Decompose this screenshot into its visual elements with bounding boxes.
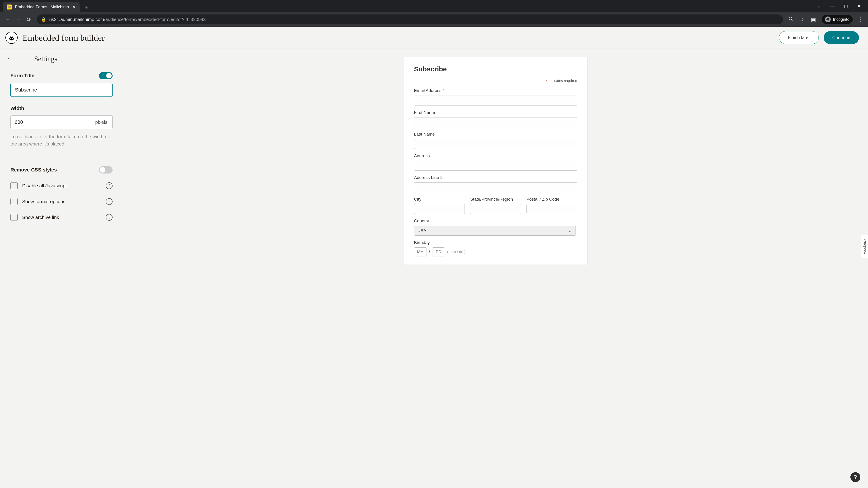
- svg-point-5: [9, 37, 14, 40]
- minimize-icon[interactable]: —: [831, 4, 835, 8]
- feedback-tab[interactable]: Feedback: [861, 235, 868, 258]
- sidebar-title: Settings: [34, 55, 57, 63]
- svg-point-7: [12, 38, 13, 39]
- last-name-label: Last Name: [414, 132, 577, 137]
- panel-icon[interactable]: ▣: [810, 16, 817, 23]
- address-input[interactable]: [414, 161, 577, 170]
- email-input[interactable]: [414, 96, 577, 105]
- country-label: Country: [414, 219, 577, 223]
- city-label: City: [414, 197, 465, 202]
- postal-label: Postal / Zip Code: [526, 197, 577, 202]
- url-host: us21.admin.mailchimp.com: [49, 17, 104, 22]
- disable-js-checkbox[interactable]: [10, 182, 18, 189]
- toggle-knob: [100, 167, 105, 173]
- state-label: State/Province/Region: [470, 197, 521, 202]
- svg-point-2: [827, 19, 828, 21]
- birthday-hint: ( mm / dd ): [447, 250, 466, 254]
- preview-form-title: Subscribe: [414, 65, 577, 73]
- app-body: ‹ Settings Form Title ✓ Width pixels: [0, 49, 868, 488]
- back-icon[interactable]: ←: [4, 16, 10, 23]
- help-button[interactable]: ?: [850, 472, 860, 482]
- email-label: Email Address *: [414, 88, 577, 93]
- required-note: * indicates required: [414, 78, 577, 84]
- lock-icon: 🔒: [41, 17, 46, 22]
- asterisk-icon: *: [442, 88, 444, 93]
- archive-link-label: Show archive link: [22, 215, 101, 220]
- birthday-mm-input[interactable]: [414, 248, 427, 256]
- birthday-dd-input[interactable]: [432, 248, 445, 256]
- menu-icon[interactable]: ⋮: [858, 16, 864, 23]
- mailchimp-logo-icon: [5, 32, 18, 44]
- svg-point-3: [828, 19, 829, 21]
- finish-later-button[interactable]: Finish later: [779, 31, 819, 44]
- toggle-knob: [106, 73, 112, 78]
- postal-input[interactable]: [526, 204, 577, 214]
- svg-line-1: [792, 20, 793, 21]
- incognito-label: Incognito: [833, 17, 849, 22]
- window-controls: ⌄ — ▢ ✕: [817, 4, 865, 8]
- favicon-icon: 🐵: [7, 4, 12, 9]
- search-icon[interactable]: [788, 16, 794, 23]
- slash-separator: /: [429, 250, 430, 254]
- nav-bar: ← → ⟳ 🔒 us21.admin.mailchimp.com/audienc…: [0, 12, 868, 27]
- width-unit: pixels: [90, 120, 112, 125]
- country-select[interactable]: USA ⌄: [414, 226, 576, 236]
- svg-point-0: [789, 17, 792, 20]
- page-title: Embedded form builder: [23, 33, 105, 43]
- close-window-icon[interactable]: ✕: [857, 4, 861, 8]
- width-input-group: pixels: [10, 116, 113, 129]
- form-title-input[interactable]: [10, 83, 113, 97]
- back-chevron-icon[interactable]: ‹: [7, 55, 9, 62]
- form-preview-card: Subscribe * indicates required Email Add…: [404, 57, 587, 265]
- app-container: Embedded form builder Finish later Conti…: [0, 27, 868, 488]
- form-title-label: Form Title: [10, 73, 34, 78]
- chevron-down-icon: ⌄: [568, 228, 572, 233]
- form-title-toggle[interactable]: ✓: [99, 72, 113, 79]
- incognito-badge[interactable]: Incognito: [822, 15, 852, 24]
- width-hint: Leave blank to let the form take on the …: [10, 133, 113, 147]
- tab-search-icon[interactable]: ⌄: [817, 4, 821, 8]
- info-icon[interactable]: i: [106, 198, 113, 205]
- first-name-label: First Name: [414, 110, 577, 115]
- continue-button[interactable]: Continue: [824, 31, 859, 44]
- browser-chrome: 🐵 Embedded Forms | Mailchimp ✕ + ⌄ — ▢ ✕…: [0, 0, 868, 27]
- url-path: /audience/forms/embedded-form/editor?id=…: [104, 17, 206, 22]
- format-options-label: Show format options: [22, 199, 101, 204]
- address-bar[interactable]: 🔒 us21.admin.mailchimp.com/audience/form…: [37, 14, 783, 24]
- maximize-icon[interactable]: ▢: [844, 4, 848, 8]
- sidebar-header: ‹ Settings: [0, 49, 123, 69]
- forward-icon[interactable]: →: [15, 16, 21, 23]
- width-label: Width: [10, 105, 113, 111]
- remove-css-toggle[interactable]: [99, 166, 113, 173]
- close-tab-icon[interactable]: ✕: [72, 4, 75, 9]
- info-icon[interactable]: i: [106, 214, 113, 221]
- sidebar-scroll[interactable]: Form Title ✓ Width pixels Leave blank to…: [0, 69, 123, 488]
- check-icon: ✓: [101, 73, 104, 78]
- tab-strip: 🐵 Embedded Forms | Mailchimp ✕ + ⌄ — ▢ ✕: [0, 0, 868, 12]
- city-input[interactable]: [414, 204, 465, 214]
- bookmark-icon[interactable]: ☆: [799, 16, 805, 23]
- first-name-input[interactable]: [414, 117, 577, 127]
- state-input[interactable]: [470, 204, 521, 214]
- remove-css-label: Remove CSS styles: [10, 167, 57, 173]
- address2-label: Address Line 2: [414, 175, 577, 180]
- preview-area[interactable]: Subscribe * indicates required Email Add…: [123, 49, 868, 488]
- info-icon[interactable]: i: [106, 182, 113, 189]
- new-tab-button[interactable]: +: [85, 4, 88, 11]
- format-options-checkbox[interactable]: [10, 198, 18, 205]
- archive-link-checkbox[interactable]: [10, 214, 18, 221]
- app-header: Embedded form builder Finish later Conti…: [0, 27, 868, 49]
- tab-title: Embedded Forms | Mailchimp: [15, 5, 69, 9]
- birthday-label: Birthday: [414, 240, 577, 245]
- browser-tab[interactable]: 🐵 Embedded Forms | Mailchimp ✕: [3, 2, 80, 12]
- address2-input[interactable]: [414, 182, 577, 192]
- reload-icon[interactable]: ⟳: [26, 16, 32, 23]
- settings-sidebar: ‹ Settings Form Title ✓ Width pixels: [0, 49, 123, 488]
- svg-point-6: [10, 38, 11, 39]
- last-name-input[interactable]: [414, 139, 577, 149]
- incognito-icon: [825, 17, 831, 22]
- width-input[interactable]: [11, 116, 90, 129]
- country-value: USA: [417, 228, 426, 233]
- disable-js-label: Disable all Javascript: [22, 183, 101, 188]
- asterisk-icon: *: [546, 78, 548, 84]
